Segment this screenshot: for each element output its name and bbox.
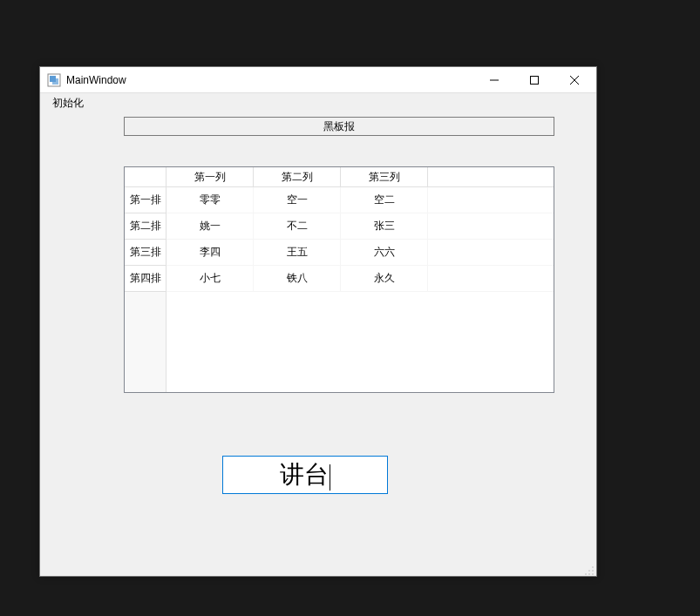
table-cell[interactable]: 零零 [167,187,254,213]
column-header[interactable]: 第二列 [254,167,341,187]
table-cell[interactable]: 小七 [167,266,254,292]
main-window: MainWindow 初始化 黑板报 第一列第二列第三列第一排零零空一空二第二排… [39,66,597,577]
table-cell-empty [428,240,554,266]
table-cell[interactable]: 不二 [254,213,341,240]
table-cell[interactable]: 王五 [254,240,341,266]
text-caret [330,464,330,491]
svg-point-9 [592,570,594,572]
table-cell-empty [428,266,554,292]
minimize-button[interactable] [474,67,514,92]
blackboard-button[interactable]: 黑板报 [124,117,554,136]
row-header-empty [125,292,167,393]
blackboard-label-text: 黑板报 [323,119,355,134]
window-controls [474,67,595,92]
titlebar[interactable]: MainWindow [40,67,596,93]
svg-rect-4 [531,76,539,84]
svg-point-11 [588,573,590,575]
row-header[interactable]: 第一排 [125,187,167,213]
svg-point-8 [588,570,590,572]
column-header[interactable]: 第三列 [341,167,428,187]
row-header[interactable]: 第四排 [125,266,167,292]
table-corner [125,167,167,187]
table-cell[interactable]: 姚一 [167,213,254,240]
close-button[interactable] [554,67,595,92]
table-cell-empty [428,187,554,213]
table-empty-area [167,292,554,393]
table-cell[interactable]: 铁八 [254,266,341,292]
podium-input[interactable]: 讲台 [222,456,388,494]
table-cell[interactable]: 空二 [341,187,428,213]
table-cell[interactable]: 永久 [341,266,428,292]
table-cell[interactable]: 六六 [341,240,428,266]
table-cell[interactable]: 空一 [254,187,341,213]
svg-point-10 [585,573,587,575]
row-header[interactable]: 第二排 [125,213,167,240]
window-title: MainWindow [66,74,474,86]
menu-init[interactable]: 初始化 [47,94,89,112]
svg-point-7 [592,566,594,568]
svg-point-12 [592,573,594,575]
column-header[interactable]: 第一列 [167,167,254,187]
podium-text: 讲台 [280,458,330,491]
client-area: 黑板报 第一列第二列第三列第一排零零空一空二第二排姚一不二张三第三排李四王五六六… [40,112,596,576]
menubar: 初始化 [40,93,596,112]
resize-grip-icon[interactable] [584,564,595,574]
table-cell[interactable]: 李四 [167,240,254,266]
svg-rect-2 [52,78,58,85]
app-icon [47,73,61,87]
seating-table[interactable]: 第一列第二列第三列第一排零零空一空二第二排姚一不二张三第三排李四王五六六第四排小… [124,166,554,393]
maximize-button[interactable] [514,67,554,92]
row-header[interactable]: 第三排 [125,240,167,266]
column-header-empty [428,167,554,187]
table-cell-empty [428,213,554,240]
table-cell[interactable]: 张三 [341,213,428,240]
